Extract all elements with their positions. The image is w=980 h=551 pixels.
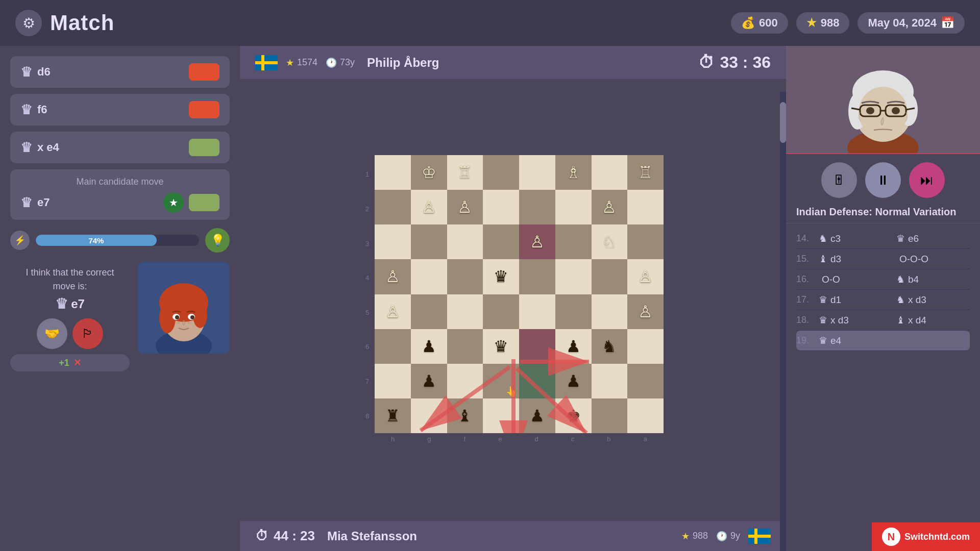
white-piece-icon: ♛ bbox=[819, 335, 827, 346]
chess-cell[interactable] bbox=[483, 224, 519, 259]
chess-cell[interactable]: 👆 bbox=[483, 364, 519, 398]
chess-cell[interactable] bbox=[592, 259, 628, 294]
stars-pill: ★ 988 bbox=[796, 12, 850, 34]
skip-button[interactable]: ⏭ bbox=[909, 162, 945, 198]
chess-cell[interactable]: ♟ bbox=[411, 329, 447, 364]
chess-cell[interactable] bbox=[375, 329, 411, 364]
chess-cell[interactable] bbox=[519, 294, 555, 329]
move-row[interactable]: 14. ♞ c3 ♛ e6 bbox=[796, 229, 970, 249]
chess-cell[interactable]: ♖ bbox=[447, 155, 483, 190]
move-card-d6[interactable]: ♛ d6 bbox=[10, 56, 230, 88]
chess-cell[interactable] bbox=[519, 259, 555, 294]
chess-cell[interactable] bbox=[555, 190, 592, 224]
opening-name: Indian Defense: Normal Variation bbox=[786, 206, 980, 223]
bulb-badge[interactable]: 💡 bbox=[205, 228, 230, 253]
chess-cell[interactable]: ♞ bbox=[592, 329, 628, 364]
chess-cell[interactable] bbox=[627, 224, 664, 259]
chess-cell[interactable] bbox=[627, 398, 664, 433]
chess-cell[interactable]: ♖ bbox=[627, 155, 664, 190]
scrollbar-thumb[interactable] bbox=[780, 102, 786, 143]
chess-cell[interactable] bbox=[375, 155, 411, 190]
chess-cell[interactable] bbox=[592, 294, 628, 329]
chess-cell[interactable] bbox=[447, 224, 483, 259]
chess-cell[interactable] bbox=[375, 224, 411, 259]
chess-cell[interactable]: ♛ bbox=[483, 329, 519, 364]
opponent-portrait-svg bbox=[812, 46, 954, 153]
chess-cell[interactable] bbox=[447, 259, 483, 294]
move-white: ♛ d1 bbox=[819, 294, 892, 306]
chess-cell[interactable]: ♗ bbox=[555, 155, 592, 190]
chess-piece: ♙ bbox=[530, 232, 545, 252]
chess-cell[interactable] bbox=[411, 259, 447, 294]
chess-cell[interactable]: ♚ bbox=[555, 398, 592, 433]
chess-cell[interactable]: ♟ bbox=[519, 398, 555, 433]
player-avatar-svg bbox=[138, 262, 230, 354]
move-label-f6: ♛ f6 bbox=[20, 102, 47, 118]
move-row[interactable]: 15. ♝ d3 O-O-O bbox=[796, 249, 970, 269]
chess-cell[interactable]: ♜ bbox=[375, 398, 411, 433]
date-value: May 04, 2024 bbox=[868, 16, 937, 30]
move-row[interactable]: 19. ♛ e4 bbox=[796, 331, 970, 351]
resign-button[interactable]: 🏳 bbox=[72, 318, 103, 349]
chess-cell[interactable] bbox=[627, 329, 664, 364]
chess-cell[interactable] bbox=[592, 398, 628, 433]
chess-cell[interactable]: ♘ bbox=[592, 224, 628, 259]
chess-cell[interactable] bbox=[411, 398, 447, 433]
chess-cell[interactable] bbox=[375, 190, 411, 224]
move-text-f6: f6 bbox=[37, 103, 47, 116]
chess-cell[interactable]: ♛ bbox=[483, 259, 519, 294]
move-row[interactable]: 17. ♛ d1 ♞ x d3 bbox=[796, 290, 970, 310]
move-card-e4[interactable]: ♛ x e4 bbox=[10, 132, 230, 163]
chess-cell[interactable] bbox=[519, 155, 555, 190]
chess-piece: ♟ bbox=[566, 337, 581, 356]
chess-piece: ♚ bbox=[566, 406, 581, 425]
candidate-star-badge: ★ bbox=[163, 192, 184, 213]
chess-cell[interactable] bbox=[519, 329, 555, 364]
chess-cell[interactable] bbox=[627, 364, 664, 398]
chess-cell[interactable]: ♙ bbox=[411, 190, 447, 224]
move-card-f6[interactable]: ♛ f6 bbox=[10, 94, 230, 126]
chess-cell[interactable]: ♝ bbox=[447, 398, 483, 433]
chess-cell[interactable] bbox=[519, 364, 555, 398]
chess-cell[interactable]: ♟ bbox=[555, 364, 592, 398]
chess-cell[interactable] bbox=[411, 224, 447, 259]
chess-cell[interactable] bbox=[555, 294, 592, 329]
move-row[interactable]: 18. ♛ x d3 ♝ x d4 bbox=[796, 310, 970, 331]
chess-cell[interactable] bbox=[375, 364, 411, 398]
chess-cell[interactable]: ♙ bbox=[375, 294, 411, 329]
chess-cell[interactable]: ♔ bbox=[411, 155, 447, 190]
chess-cell[interactable] bbox=[411, 294, 447, 329]
chess-cell[interactable] bbox=[555, 259, 592, 294]
draw-button[interactable]: 🤝 bbox=[37, 318, 67, 349]
chess-cell[interactable]: ♙ bbox=[627, 294, 664, 329]
chess-cell[interactable] bbox=[483, 190, 519, 224]
pause-button[interactable]: ⏸ bbox=[865, 162, 901, 198]
chess-cell[interactable]: ♙ bbox=[375, 259, 411, 294]
chess-cell[interactable] bbox=[447, 364, 483, 398]
chess-cell[interactable]: ♟ bbox=[411, 364, 447, 398]
chess-cell[interactable] bbox=[592, 364, 628, 398]
chess-cell[interactable] bbox=[483, 155, 519, 190]
scrollbar-track[interactable] bbox=[780, 92, 786, 551]
settings-button[interactable]: ⚙ bbox=[15, 10, 42, 36]
chess-cell[interactable] bbox=[447, 329, 483, 364]
move-row[interactable]: 16. O-O ♞ b4 bbox=[796, 269, 970, 290]
chess-cell[interactable] bbox=[627, 190, 664, 224]
chess-cell[interactable] bbox=[555, 224, 592, 259]
chess-cell[interactable]: ♟ bbox=[555, 329, 592, 364]
chess-cell[interactable] bbox=[483, 294, 519, 329]
candidate-move: e7 bbox=[37, 196, 50, 209]
move-number: 15. bbox=[796, 254, 815, 264]
chess-cell[interactable]: ♙ bbox=[592, 190, 628, 224]
chess-cell[interactable]: ♙ bbox=[519, 224, 555, 259]
chess-cell[interactable] bbox=[447, 294, 483, 329]
chess-cell[interactable] bbox=[592, 155, 628, 190]
chess-cell[interactable] bbox=[483, 398, 519, 433]
chess-cell[interactable]: ♙ bbox=[447, 190, 483, 224]
chess-cell[interactable] bbox=[519, 190, 555, 224]
board-numbers: 12345678 bbox=[362, 155, 375, 433]
moves-list[interactable]: 14. ♞ c3 ♛ e6 15. ♝ d3 O-O-O 16. O-O ♞ b… bbox=[786, 223, 980, 551]
opponent-bar: ★ 1574 🕐 73y Philip Åberg ⏱ 33 : 36 bbox=[240, 46, 786, 79]
chess-cell[interactable]: ♙ bbox=[627, 259, 664, 294]
analysis-button[interactable]: 🎚 bbox=[821, 162, 857, 198]
